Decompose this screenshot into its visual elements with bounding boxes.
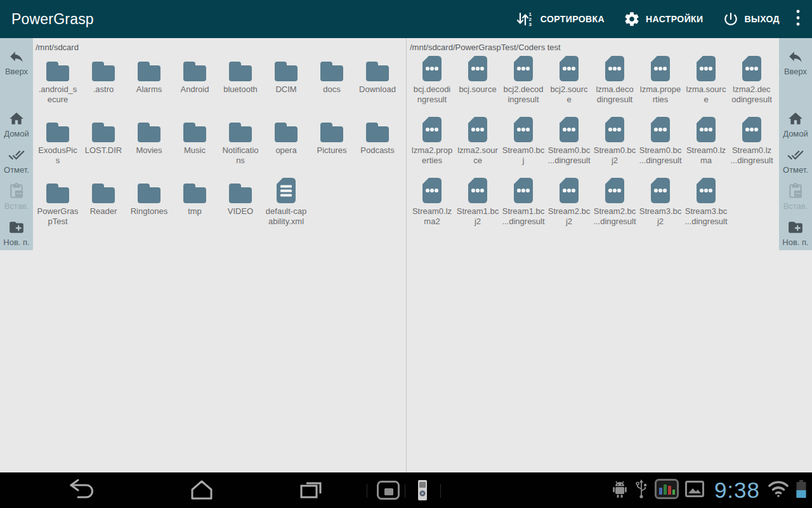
file-item[interactable]: Stream1.bc j2 xyxy=(455,175,501,227)
sidebar-item-new-folder-right[interactable]: Нов. п. xyxy=(779,211,812,247)
file-item[interactable]: Stream1.bc ...dingresult xyxy=(501,175,546,227)
file-icon xyxy=(650,175,671,204)
file-item[interactable]: lzma.prope rties xyxy=(638,53,683,105)
folder-icon xyxy=(134,175,164,204)
recents-icon xyxy=(292,476,329,504)
sidebar-item-label: Домой xyxy=(4,129,29,138)
file-item[interactable]: Stream0.bc ...dingresult xyxy=(638,114,683,166)
file-item[interactable]: lzma.sourc e xyxy=(683,53,729,105)
file-item[interactable]: Stream0.bc j xyxy=(501,114,546,166)
file-icon xyxy=(558,53,580,83)
folder-item[interactable]: Android xyxy=(172,53,218,105)
folder-item[interactable]: LOST.DIR xyxy=(81,114,126,166)
exit-button[interactable]: ВЫХОД xyxy=(713,0,789,38)
item-label: Stream0.bc ...dingresult xyxy=(639,145,681,166)
file-item[interactable]: Stream0.lz ma2 xyxy=(409,175,455,227)
item-label: Movies xyxy=(136,145,162,156)
item-label: docs xyxy=(323,84,340,95)
folder-item[interactable]: ExodusPic s xyxy=(35,114,81,166)
item-label: bluetooth xyxy=(223,84,258,95)
item-label: Pictures xyxy=(317,145,347,156)
folder-item[interactable]: Reader xyxy=(81,175,126,227)
folder-item[interactable]: .android_s ecure xyxy=(35,53,81,105)
folder-item[interactable]: Movies xyxy=(126,114,172,166)
file-icon xyxy=(604,175,625,204)
file-item[interactable]: bcj.source xyxy=(455,53,501,105)
folder-item[interactable]: Podcasts xyxy=(355,114,400,166)
sidebar-item-home-right[interactable]: Домой xyxy=(779,105,812,138)
file-item[interactable]: default-cap ability.xml xyxy=(263,175,309,227)
folder-item[interactable]: tmp xyxy=(172,175,218,227)
file-icon xyxy=(558,175,580,204)
item-label: Android xyxy=(181,84,209,95)
sidebar-item-up-left[interactable]: Вверх xyxy=(0,43,33,76)
file-item[interactable]: Stream0.lz ma xyxy=(683,114,729,166)
folder-item[interactable]: Download xyxy=(355,53,400,105)
file-icon xyxy=(467,114,488,144)
folder-item[interactable]: opera xyxy=(263,114,309,166)
header-actions: 1 2 3 СОРТИРОВКА НАСТРОЙКИ ВЫХОД xyxy=(506,0,812,38)
home-icon xyxy=(8,110,25,127)
file-item[interactable]: lzma2.sour ce xyxy=(455,114,501,166)
sidebar-item-home-left[interactable]: Домой xyxy=(0,105,33,138)
file-item[interactable]: lzma.deco dingresult xyxy=(592,53,638,105)
file-item[interactable]: Stream0.lz ...dingresult xyxy=(729,114,775,166)
folder-item[interactable]: DCIM xyxy=(263,53,309,105)
folder-icon xyxy=(89,175,118,204)
folder-icon xyxy=(363,114,392,144)
file-item[interactable]: Stream2.bc j2 xyxy=(546,175,592,227)
file-item[interactable]: bcj2.sourc e xyxy=(546,53,592,105)
sort-button[interactable]: 1 2 3 СОРТИРОВКА xyxy=(506,0,614,38)
exit-button-label: ВЫХОД xyxy=(745,14,780,24)
file-item[interactable]: bcj2.decod ingresult xyxy=(501,53,546,105)
item-label: LOST.DIR xyxy=(85,145,122,156)
right-pane-grid: bcj.decodi ngresultbcj.sourcebcj2.decod … xyxy=(407,52,779,235)
nav-recents-button[interactable] xyxy=(285,478,336,503)
folder-icon xyxy=(89,53,118,83)
folder-item[interactable]: PowerGras pTest xyxy=(35,175,81,227)
folder-item[interactable]: Ringtones xyxy=(126,175,172,227)
device-icon[interactable] xyxy=(416,479,429,504)
file-item[interactable]: Stream0.bc j2 xyxy=(592,114,638,166)
nav-home-button[interactable] xyxy=(176,478,227,503)
screenshot-icon[interactable] xyxy=(377,481,400,502)
app-title: PowerGrasp xyxy=(0,11,94,28)
sidebar-item-up-right[interactable]: Вверх xyxy=(779,43,812,76)
overflow-menu-button[interactable] xyxy=(789,0,812,38)
folder-item[interactable]: .astro xyxy=(81,53,126,105)
file-icon xyxy=(421,114,443,144)
folder-icon xyxy=(180,175,209,204)
sidebar-item-new-folder-left[interactable]: Нов. п. xyxy=(0,211,33,247)
sidebar-item-label: Встав. xyxy=(783,201,808,211)
folder-item[interactable]: bluetooth xyxy=(218,53,263,105)
file-icon xyxy=(650,114,671,144)
folder-item[interactable]: docs xyxy=(309,53,355,105)
file-item[interactable]: Stream2.bc ...dingresult xyxy=(592,175,638,227)
file-item[interactable]: bcj.decodi ngresult xyxy=(409,53,455,105)
folder-item[interactable]: Music xyxy=(172,114,218,166)
file-icon xyxy=(695,175,717,204)
file-item[interactable]: lzma2.dec odingresult xyxy=(729,53,775,105)
file-icon xyxy=(604,114,625,144)
folder-item[interactable]: Notificatio ns xyxy=(218,114,263,166)
status-tray[interactable]: 9:38 xyxy=(612,472,807,508)
item-label: Stream0.bc j xyxy=(502,145,544,166)
item-label: Stream1.bc ...dingresult xyxy=(502,206,544,227)
sidebar-item-mark-left[interactable]: Отмет. xyxy=(0,138,33,175)
file-item[interactable]: lzma2.prop erties xyxy=(409,114,455,166)
folder-item[interactable]: Pictures xyxy=(309,114,355,166)
nav-back-button[interactable] xyxy=(56,478,107,503)
android-system-bar: 9:38 xyxy=(0,472,812,508)
file-item[interactable]: Stream3.bc ...dingresult xyxy=(683,175,729,227)
file-item[interactable]: Stream0.bc ...dingresult xyxy=(546,114,592,166)
file-item[interactable]: Stream3.bc j2 xyxy=(638,175,683,227)
sidebar-item-label: Нов. п. xyxy=(782,237,808,247)
item-label: bcj.source xyxy=(459,84,496,95)
sidebar-item-mark-right[interactable]: Отмет. xyxy=(779,138,812,175)
folder-item[interactable]: Alarms xyxy=(126,53,172,105)
cpu-monitor-icon xyxy=(655,479,679,502)
settings-button[interactable]: НАСТРОЙКИ xyxy=(614,0,713,38)
item-label: lzma2.dec odingresult xyxy=(731,84,772,105)
folder-item[interactable]: VIDEO xyxy=(218,175,263,227)
sidebar-item-label: Домой xyxy=(783,129,808,138)
